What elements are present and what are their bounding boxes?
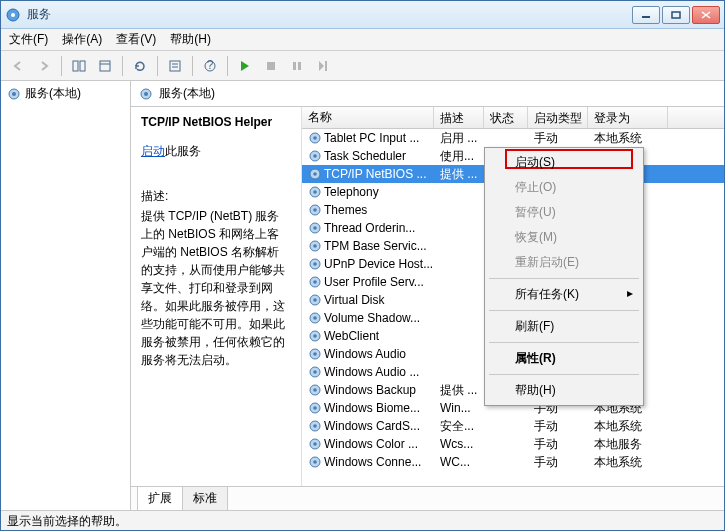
- svg-rect-3: [672, 12, 680, 18]
- service-icon: [308, 167, 322, 181]
- menu-file[interactable]: 文件(F): [9, 31, 48, 48]
- service-icon: [308, 221, 322, 235]
- svg-point-48: [313, 352, 317, 356]
- ctx-start[interactable]: 启动(S): [487, 150, 641, 175]
- show-hide-tree-button[interactable]: [68, 55, 90, 77]
- svg-point-56: [313, 424, 317, 428]
- submenu-arrow-icon: ▸: [627, 286, 633, 300]
- view-tabs: 扩展 标准: [131, 486, 724, 510]
- service-icon: [308, 293, 322, 307]
- cell-desc: 安全...: [434, 418, 484, 435]
- svg-point-38: [313, 262, 317, 266]
- services-list[interactable]: 名称 描述 状态 启动类型 登录为 Tablet PC Input ...启用 …: [301, 107, 724, 486]
- properties-button[interactable]: [164, 55, 186, 77]
- svg-rect-17: [298, 62, 301, 70]
- col-name[interactable]: 名称: [302, 107, 434, 128]
- minimize-button[interactable]: [632, 6, 660, 24]
- cell-name: TPM Base Servic...: [302, 239, 434, 253]
- service-icon: [308, 455, 322, 469]
- titlebar[interactable]: 服务: [1, 1, 724, 29]
- service-icon: [308, 185, 322, 199]
- cell-name: TCP/IP NetBIOS ...: [302, 167, 434, 181]
- service-icon: [308, 401, 322, 415]
- forward-button[interactable]: [33, 55, 55, 77]
- svg-rect-10: [170, 61, 180, 71]
- ctx-pause: 暂停(U): [487, 200, 641, 225]
- services-window: 服务 文件(F) 操作(A) 查看(V) 帮助(H) ?: [0, 0, 725, 531]
- cell-name: Windows Biome...: [302, 401, 434, 415]
- service-icon: [308, 131, 322, 145]
- detail-pane: TCP/IP NetBIOS Helper 启动此服务 描述: 提供 TCP/I…: [131, 107, 301, 486]
- service-icon: [308, 149, 322, 163]
- ctx-restart: 重新启动(E): [487, 250, 641, 275]
- svg-point-20: [12, 92, 16, 96]
- cell-desc: WC...: [434, 455, 484, 469]
- svg-point-42: [313, 298, 317, 302]
- cell-name: Task Scheduler: [302, 149, 434, 163]
- start-suffix: 此服务: [165, 144, 201, 158]
- cell-name: Volume Shadow...: [302, 311, 434, 325]
- svg-point-32: [313, 208, 317, 212]
- col-logon[interactable]: 登录为: [588, 107, 668, 128]
- service-icon: [308, 257, 322, 271]
- back-button[interactable]: [7, 55, 29, 77]
- close-button[interactable]: [692, 6, 720, 24]
- svg-rect-8: [100, 61, 110, 71]
- pause-service-button[interactable]: [286, 55, 308, 77]
- svg-point-44: [313, 316, 317, 320]
- svg-rect-16: [293, 62, 296, 70]
- cell-name: Windows Backup: [302, 383, 434, 397]
- ctx-stop: 停止(O): [487, 175, 641, 200]
- stop-service-button[interactable]: [260, 55, 282, 77]
- ctx-properties[interactable]: 属性(R): [487, 346, 641, 371]
- svg-point-22: [144, 92, 148, 96]
- svg-point-26: [313, 154, 317, 158]
- menu-help[interactable]: 帮助(H): [170, 31, 211, 48]
- cell-name: Windows Audio: [302, 347, 434, 361]
- column-headers: 名称 描述 状态 启动类型 登录为: [302, 107, 724, 129]
- service-row[interactable]: Windows CardS...安全...手动本地系统: [302, 417, 724, 435]
- service-row[interactable]: Windows Color ...Wcs...手动本地服务: [302, 435, 724, 453]
- col-status[interactable]: 状态: [484, 107, 528, 128]
- tab-standard[interactable]: 标准: [182, 486, 228, 510]
- cell-name: Windows Audio ...: [302, 365, 434, 379]
- gear-icon: [7, 87, 21, 101]
- status-bar: 显示当前选择的帮助。: [1, 510, 724, 530]
- maximize-button[interactable]: [662, 6, 690, 24]
- start-link[interactable]: 启动: [141, 144, 165, 158]
- service-row[interactable]: Tablet PC Input ...启用 ...手动本地系统: [302, 129, 724, 147]
- toolbar: ?: [1, 51, 724, 81]
- service-icon: [308, 347, 322, 361]
- ctx-all-tasks-label: 所有任务(K): [515, 287, 579, 301]
- svg-rect-15: [267, 62, 275, 70]
- ctx-refresh[interactable]: 刷新(F): [487, 314, 641, 339]
- export-list-button[interactable]: [94, 55, 116, 77]
- menu-view[interactable]: 查看(V): [116, 31, 156, 48]
- cell-desc: 提供 ...: [434, 382, 484, 399]
- cell-desc: Wcs...: [434, 437, 484, 451]
- cell-logon: 本地系统: [588, 418, 668, 435]
- cell-desc: 使用...: [434, 148, 484, 165]
- col-startup[interactable]: 启动类型: [528, 107, 588, 128]
- service-icon: [308, 437, 322, 451]
- menu-action[interactable]: 操作(A): [62, 31, 102, 48]
- svg-rect-7: [80, 61, 85, 71]
- tree-root-node[interactable]: 服务(本地): [7, 85, 124, 102]
- svg-point-24: [313, 136, 317, 140]
- toolbar-separator: [192, 56, 193, 76]
- start-service-button[interactable]: [234, 55, 256, 77]
- service-row[interactable]: Windows Conne...WC...手动本地系统: [302, 453, 724, 471]
- ctx-help[interactable]: 帮助(H): [487, 378, 641, 403]
- console-tree[interactable]: 服务(本地): [1, 81, 131, 510]
- refresh-button[interactable]: [129, 55, 151, 77]
- svg-point-40: [313, 280, 317, 284]
- svg-point-54: [313, 406, 317, 410]
- cell-startup: 手动: [528, 436, 588, 453]
- col-desc[interactable]: 描述: [434, 107, 484, 128]
- ctx-all-tasks[interactable]: 所有任务(K)▸: [487, 282, 641, 307]
- tab-extended[interactable]: 扩展: [137, 486, 183, 510]
- help-button[interactable]: ?: [199, 55, 221, 77]
- ctx-resume: 恢复(M): [487, 225, 641, 250]
- restart-service-button[interactable]: [312, 55, 334, 77]
- cell-logon: 本地系统: [588, 454, 668, 471]
